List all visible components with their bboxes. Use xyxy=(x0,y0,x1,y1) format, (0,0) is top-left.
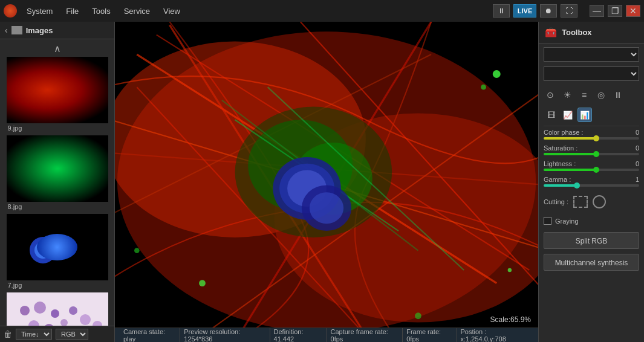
thumb-label-7: 7.jpg xyxy=(7,280,108,291)
svg-point-21 xyxy=(80,314,91,325)
svg-point-57 xyxy=(508,268,512,272)
gamma-value: 1 xyxy=(636,176,639,183)
lightness-label: Lightness : xyxy=(544,160,576,167)
lightness-track[interactable] xyxy=(544,169,639,171)
thumb-image-6 xyxy=(7,292,108,326)
toolbox-icon-aperture[interactable]: ⊙ xyxy=(544,88,557,102)
graying-checkbox[interactable] xyxy=(544,217,551,225)
svg-point-8 xyxy=(49,141,97,184)
svg-rect-0 xyxy=(7,57,108,123)
svg-point-3 xyxy=(13,84,61,114)
svg-point-11 xyxy=(30,237,56,263)
svg-point-14 xyxy=(20,306,30,315)
time-sort-select[interactable]: Time↓ xyxy=(16,329,52,340)
toolbox-icon-levels[interactable]: ≡ xyxy=(577,88,591,102)
toolbar-controls: ⏸ LIVE ⏺ ⛶ — ❐ ✕ xyxy=(493,4,640,18)
thumb-image-7 xyxy=(7,214,108,280)
graying-row: Graying xyxy=(544,215,639,227)
title-bar: System File Tools Service View ⏸ LIVE ⏺ … xyxy=(0,0,644,22)
sidebar-collapse[interactable]: ‹ xyxy=(5,25,8,35)
menu-service[interactable]: Service xyxy=(122,5,152,17)
thumbnail-8[interactable]: 8.jpg xyxy=(7,135,108,213)
thumb-image-8 xyxy=(7,135,108,202)
toolbox-dropdown-1[interactable] xyxy=(544,47,639,62)
definition: Definition: 41.442 xyxy=(270,328,327,343)
menu-bar: System File Tools Service View xyxy=(24,5,486,17)
svg-rect-10 xyxy=(7,214,108,280)
main-content: ‹ Images ∧ 9.jpg xyxy=(0,22,644,342)
image-view[interactable]: Scale:65.9% Camera state: play Preview r… xyxy=(115,22,538,342)
app-icon xyxy=(4,4,17,18)
toolbox-icon-row-1: ⊙ ☀ ≡ ◎ ⏸ xyxy=(544,86,639,104)
svg-point-20 xyxy=(69,306,77,315)
color-mode-select[interactable]: RGB xyxy=(56,329,88,340)
delete-icon[interactable]: 🗑 xyxy=(4,329,12,339)
svg-point-15 xyxy=(34,302,46,314)
toolbox-icon-pause2[interactable]: ⏸ xyxy=(611,88,625,102)
record-button[interactable]: ⏺ xyxy=(540,4,557,18)
live-button[interactable]: LIVE xyxy=(513,4,536,18)
color-phase-slider-row: Color phase : 0 xyxy=(544,129,639,140)
cut-rect-tool[interactable] xyxy=(573,196,588,208)
cutting-row: Cutting : xyxy=(544,192,639,212)
toolbox-icon: 🧰 xyxy=(545,27,557,38)
fullscreen-button[interactable]: ⛶ xyxy=(561,4,577,18)
menu-tools[interactable]: Tools xyxy=(89,5,112,17)
toolbox-icon-curves[interactable]: ◎ xyxy=(594,88,608,102)
image-sidebar: ‹ Images ∧ 9.jpg xyxy=(0,22,115,342)
svg-point-55 xyxy=(199,280,206,286)
sidebar-header: ‹ Images xyxy=(0,22,114,39)
pause-button[interactable]: ⏸ xyxy=(493,4,510,18)
multichannel-button[interactable]: Multichannel synthesis xyxy=(544,254,639,271)
svg-point-9 xyxy=(41,158,63,179)
split-rgb-button[interactable]: Split RGB xyxy=(544,232,639,249)
gamma-track[interactable] xyxy=(544,184,639,187)
scroll-up-arrow[interactable]: ∧ xyxy=(0,42,114,56)
close-button[interactable]: ✕ xyxy=(626,5,640,17)
svg-rect-5 xyxy=(7,135,108,202)
toolbox-title: Toolbox xyxy=(562,28,592,37)
position: Postion : x:1,254.0,y:708 xyxy=(457,328,533,343)
toolbox-panel: 🧰 Toolbox ⊙ ☀ ≡ ◎ ⏸ 🎞 📈 📊 xyxy=(538,22,644,342)
graying-label: Graying xyxy=(555,218,579,225)
thumbnail-6[interactable] xyxy=(7,292,108,326)
svg-point-16 xyxy=(51,309,59,318)
thumbnail-7[interactable]: 7.jpg xyxy=(7,214,108,291)
thumb-label-9: 9.jpg xyxy=(7,123,108,134)
gamma-slider-row: Gamma : 1 xyxy=(544,176,639,187)
toolbox-body: ⊙ ☀ ≡ ◎ ⏸ 🎞 📈 📊 Color phase : 0 xyxy=(539,44,644,342)
color-phase-track[interactable] xyxy=(544,137,639,140)
svg-point-4 xyxy=(61,69,97,117)
restore-button[interactable]: ❐ xyxy=(608,5,622,17)
scale-label: Scale:65.9% xyxy=(488,314,533,325)
toolbox-icon-chart-active[interactable]: 📊 xyxy=(577,108,592,122)
status-bar: Camera state: play Preview resolution: 1… xyxy=(115,327,538,342)
menu-view[interactable]: View xyxy=(161,5,183,17)
cut-circle-tool[interactable] xyxy=(593,195,606,208)
thumbnail-9[interactable]: 9.jpg xyxy=(7,57,108,134)
menu-file[interactable]: File xyxy=(63,5,81,17)
toolbox-dropdown-2[interactable] xyxy=(544,66,639,81)
thumb-label-8: 8.jpg xyxy=(7,202,108,213)
toolbox-icon-brightness[interactable]: ☀ xyxy=(561,88,574,102)
lightness-value: 0 xyxy=(636,160,639,167)
svg-point-2 xyxy=(31,60,91,102)
main-cell-image xyxy=(115,22,538,342)
saturation-track[interactable] xyxy=(544,153,639,155)
toolbox-icon-film[interactable]: 🎞 xyxy=(544,108,558,122)
saturation-slider-row: Saturation : 0 xyxy=(544,144,639,155)
image-list: ∧ 9.jpg xyxy=(0,39,114,326)
cell-image-blue xyxy=(7,214,108,280)
cell-image-green xyxy=(7,135,108,202)
toolbox-icon-histogram[interactable]: 📈 xyxy=(561,108,575,122)
cell-image-red xyxy=(7,57,108,123)
preview-resolution: Preview resolution: 1254*836 xyxy=(180,328,270,343)
svg-point-52 xyxy=(310,192,343,224)
sidebar-footer: 🗑 Time↓ RGB xyxy=(0,326,114,342)
minimize-button[interactable]: — xyxy=(590,5,604,17)
gamma-label: Gamma : xyxy=(544,176,571,183)
toolbox-icon-row-2: 🎞 📈 📊 xyxy=(544,106,639,126)
menu-system[interactable]: System xyxy=(24,5,55,17)
lightness-slider-row: Lightness : 0 xyxy=(544,160,639,171)
sidebar-images-icon xyxy=(11,26,22,34)
